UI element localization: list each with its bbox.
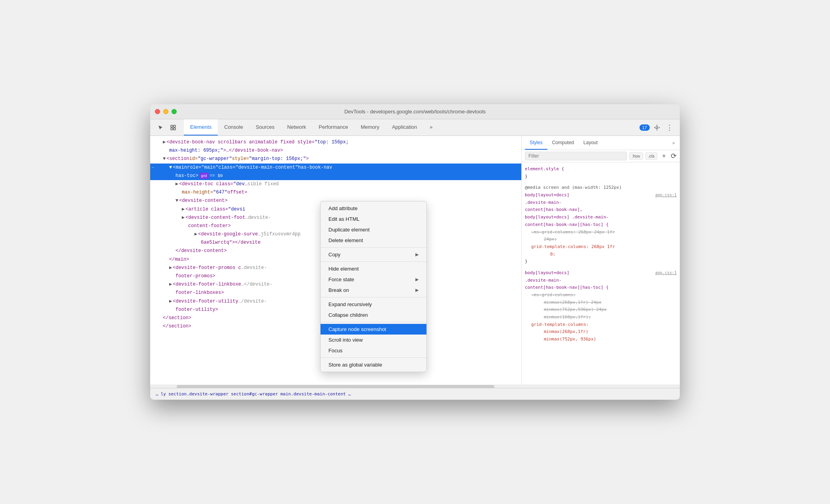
css-source-link[interactable]: app.css:1: [655, 192, 677, 198]
styles-filter-input[interactable]: [525, 152, 627, 160]
styles-content: element.style { } @media screen and (max…: [522, 162, 680, 385]
svg-rect-3: [174, 128, 175, 130]
tab-application[interactable]: Application: [386, 119, 424, 135]
line-dots: …: [152, 164, 154, 170]
svg-rect-1: [174, 125, 175, 127]
css-source-link-2[interactable]: app.css:1: [655, 269, 677, 276]
menu-sep-3: [321, 297, 426, 297]
submenu-arrow-3: ▶: [415, 288, 419, 293]
tab-performance[interactable]: Performance: [312, 119, 354, 135]
css-rule-element-style: element.style { }: [525, 165, 677, 180]
menu-sep-5: [321, 357, 426, 358]
css-prop-grid-template: grid-template-columns: 268px 1fr: [525, 243, 677, 251]
cursor-icon[interactable]: [155, 122, 166, 133]
dom-panel: ▶ <devsite-book-nav scrollbars animatabl…: [150, 136, 522, 385]
css-selector-content4: .devsite-main-: [525, 277, 677, 284]
submenu-arrow: ▶: [415, 252, 419, 257]
horizontal-scrollbar[interactable]: [150, 385, 680, 388]
menu-sep-1: [321, 247, 426, 248]
breadcrumb-dots[interactable]: …: [155, 391, 159, 397]
css-close: }: [525, 173, 677, 181]
svg-rect-2: [171, 128, 173, 130]
breadcrumb-main[interactable]: main.devsite-main-content: [279, 391, 347, 397]
css-prop-grid-val1: minmax(268px,1fr): [525, 328, 677, 336]
css-prop-ms-grid-val2: minmax(752px,936px) 24px: [525, 306, 677, 314]
window-title: DevTools - developers.google.com/web/too…: [344, 109, 486, 115]
css-close-2: }: [525, 258, 677, 265]
dom-line-2: max-height: 695px;">…</devsite-book-nav>: [150, 147, 521, 155]
tab-more[interactable]: »: [423, 119, 439, 135]
menu-break-on[interactable]: Break on ▶: [321, 285, 426, 295]
css-selector-content2: content[has-book-nav],: [525, 206, 677, 214]
tab-layout[interactable]: Layout: [579, 136, 602, 150]
menu-store-global[interactable]: Store as global variable: [321, 359, 426, 370]
menu-capture-screenshot[interactable]: Capture node screenshot: [321, 324, 426, 335]
css-prop-ms-grid-3: -ms-grid-columns:: [525, 291, 677, 299]
close-button[interactable]: [155, 109, 160, 114]
tab-computed[interactable]: Computed: [547, 136, 579, 150]
menu-duplicate[interactable]: Duplicate element: [321, 224, 426, 235]
notification-badge[interactable]: 17: [639, 124, 650, 131]
dom-line-3: ▼ <section id="gc-wrapper" style="margin…: [150, 155, 521, 163]
hov-button[interactable]: :hov: [629, 152, 643, 160]
inspect-icon[interactable]: [168, 122, 179, 133]
css-prop-ms-grid-val3: minmax(160px,1fr);: [525, 314, 677, 321]
menu-scroll-into-view[interactable]: Scroll into view: [321, 335, 426, 345]
styles-tabs: Styles Computed Layout »: [522, 136, 680, 150]
breadcrumb-section-wrapper[interactable]: section.devsite-wrapper: [168, 391, 229, 397]
menu-hide[interactable]: Hide element: [321, 263, 426, 274]
menu-edit-html[interactable]: Edit as HTML: [321, 214, 426, 224]
submenu-arrow-2: ▶: [415, 277, 419, 282]
tab-console[interactable]: Console: [218, 119, 249, 135]
css-prop-ms-grid-val1: minmax(268px,1fr) 24px: [525, 299, 677, 307]
more-options-icon[interactable]: ⋮: [664, 122, 675, 133]
settings-icon[interactable]: [651, 122, 662, 133]
css-prop-ms-grid2: 24px;: [525, 236, 677, 243]
title-bar: DevTools - developers.google.com/web/too…: [150, 104, 680, 119]
breadcrumb-ly[interactable]: ly: [160, 391, 167, 397]
add-style-button[interactable]: +: [660, 152, 668, 160]
expand-toggle-2[interactable]: ▼: [163, 155, 166, 163]
css-rule-media-1: @media screen and (max-width: 1252px) bo…: [525, 184, 677, 265]
menu-copy[interactable]: Copy ▶: [321, 249, 426, 260]
css-selector-content3: content[has-book-nav][has-toc] {: [525, 221, 677, 229]
menu-collapse[interactable]: Collapse children: [321, 310, 426, 320]
svg-rect-0: [171, 125, 173, 127]
menu-focus[interactable]: Focus: [321, 345, 426, 356]
css-prop-grid-val2: minmax(752px, 936px): [525, 336, 677, 343]
menu-delete[interactable]: Delete element: [321, 235, 426, 246]
menu-force-state[interactable]: Force state ▶: [321, 274, 426, 285]
tab-bar-icons: [152, 119, 184, 135]
breadcrumb-bar: … ly section.devsite-wrapper section#gc-…: [150, 388, 680, 400]
menu-sep-2: [321, 261, 426, 262]
grid-badge[interactable]: grid: [200, 173, 209, 179]
expand-toggle[interactable]: ▶: [163, 139, 166, 146]
styles-more-icon[interactable]: »: [672, 140, 677, 146]
tab-elements[interactable]: Elements: [184, 119, 218, 135]
dom-line-1: ▶ <devsite-book-nav scrollbars animatabl…: [150, 138, 521, 147]
minimize-button[interactable]: [163, 109, 168, 114]
css-selector-content: .devsite-main-: [525, 199, 677, 207]
css-selector-content5: content[has-book-nav][has-toc] {: [525, 284, 677, 291]
tab-styles[interactable]: Styles: [525, 136, 547, 150]
css-prop-grid-template2: 0;: [525, 251, 677, 258]
cls-button[interactable]: .cls: [645, 152, 658, 160]
tab-network[interactable]: Network: [281, 119, 313, 135]
menu-add-attribute[interactable]: Add attribute: [321, 203, 426, 214]
tab-sources[interactable]: Sources: [249, 119, 281, 135]
css-selector-body2: body[layout=docs] .devsite-main-: [525, 214, 677, 221]
dom-line-4[interactable]: … ▼ <main role="main" class="devsite-mai…: [150, 164, 521, 172]
css-selector-body3: body[layout=docs] app.css:1: [525, 269, 677, 277]
tab-memory[interactable]: Memory: [355, 119, 386, 135]
menu-expand[interactable]: Expand recursively: [321, 299, 426, 310]
dom-line-5b: max-height="647" offset=: [150, 188, 521, 197]
breadcrumb-more[interactable]: …: [347, 391, 352, 397]
tab-bar-right: 17 ⋮: [639, 119, 678, 135]
maximize-button[interactable]: [172, 109, 177, 114]
dom-line-4b: has-toc> grid == $0: [150, 172, 521, 180]
css-selector-element: element.style {: [525, 165, 677, 173]
refresh-styles-icon[interactable]: ⟳: [671, 152, 677, 160]
tab-bar: Elements Console Sources Network Perform…: [150, 119, 680, 136]
breadcrumb-section-gc[interactable]: section#gc-wrapper: [230, 391, 279, 397]
context-menu: Add attribute Edit as HTML Duplicate ele…: [320, 201, 427, 372]
